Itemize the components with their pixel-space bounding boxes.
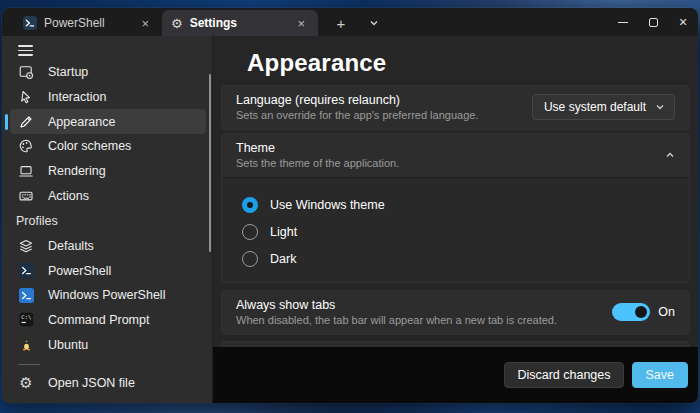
- sidebar-item-command-prompt[interactable]: C:\ Command Prompt: [2, 308, 212, 333]
- theme-description: Sets the theme of the application.: [236, 157, 399, 169]
- language-dropdown-value: Use system default: [544, 100, 646, 114]
- always-show-tabs-toggle[interactable]: [612, 303, 650, 321]
- sidebar-item-interaction[interactable]: Interaction: [2, 85, 212, 110]
- page-title: Appearance: [247, 49, 698, 77]
- tab-settings-label: Settings: [190, 16, 237, 30]
- tab-settings[interactable]: ⚙ Settings ×: [162, 10, 318, 36]
- settings-tab-gear-icon: ⚙: [171, 17, 183, 30]
- defaults-icon: [18, 238, 34, 254]
- sidebar-item-open-json[interactable]: ⚙ Open JSON file: [2, 370, 212, 396]
- svg-text:C:\: C:\: [21, 315, 31, 321]
- language-dropdown[interactable]: Use system default: [532, 94, 675, 120]
- profiles-section-header: Profiles: [2, 208, 212, 234]
- save-button[interactable]: Save: [632, 362, 689, 388]
- settings-content-pane: Appearance Language (requires relaunch) …: [212, 36, 698, 403]
- command-prompt-icon: C:\: [18, 312, 34, 328]
- window-controls: ×: [608, 8, 698, 36]
- sidebar-item-ubuntu[interactable]: Ubuntu: [2, 332, 212, 357]
- radio-label: Use Windows theme: [270, 198, 385, 212]
- sidebar-item-label: Appearance: [48, 115, 115, 129]
- always-show-tabs-state: On: [658, 305, 675, 319]
- tab-powershell-label: PowerShell: [44, 16, 105, 30]
- toggle-knob: [635, 306, 647, 318]
- sidebar-item-startup[interactable]: Startup: [2, 60, 212, 85]
- maximize-button[interactable]: [638, 8, 668, 36]
- language-label: Language (requires relaunch): [236, 93, 478, 107]
- minimize-icon: [618, 22, 628, 23]
- actions-icon: [18, 188, 34, 204]
- radio-light[interactable]: Light: [242, 218, 675, 245]
- settings-nav-sidebar: Startup Interaction Appearance Color sch…: [2, 36, 212, 403]
- sidebar-item-label: Ubuntu: [48, 338, 88, 352]
- theme-setting-card: Theme Sets the theme of the application.…: [221, 133, 690, 283]
- sidebar-item-label: Actions: [48, 189, 89, 203]
- minimize-button[interactable]: [608, 8, 638, 36]
- appearance-icon: [18, 114, 34, 130]
- maximize-icon: [649, 18, 658, 27]
- radio-label: Dark: [270, 252, 296, 266]
- interaction-icon: [18, 89, 34, 105]
- menu-button[interactable]: [2, 41, 48, 60]
- sidebar-divider: [18, 364, 40, 365]
- sidebar-item-label: Defaults: [48, 239, 94, 253]
- rendering-icon: [18, 163, 34, 179]
- radio-dark[interactable]: Dark: [242, 245, 675, 272]
- language-description: Sets an override for the app's preferred…: [236, 109, 478, 121]
- sidebar-item-actions[interactable]: Actions: [2, 183, 212, 208]
- sidebar-item-windows-powershell[interactable]: Windows PowerShell: [2, 283, 212, 308]
- discard-changes-button[interactable]: Discard changes: [504, 362, 623, 388]
- powershell-icon: [18, 263, 34, 279]
- tab-settings-close-icon[interactable]: ×: [293, 16, 309, 31]
- json-gear-icon: ⚙: [18, 375, 34, 391]
- tab-dropdown-button[interactable]: [360, 10, 388, 36]
- sidebar-item-color-schemes[interactable]: Color schemes: [2, 134, 212, 159]
- theme-options-group: Use Windows theme Light Dark: [222, 177, 689, 282]
- chevron-down-icon: [655, 102, 665, 112]
- language-setting-card: Language (requires relaunch) Sets an ove…: [221, 85, 690, 130]
- color-schemes-icon: [18, 138, 34, 154]
- close-icon: ×: [679, 15, 687, 29]
- startup-icon: [18, 64, 34, 80]
- always-show-tabs-description: When disabled, the tab bar will appear w…: [236, 314, 557, 326]
- sidebar-item-label: Startup: [48, 65, 88, 79]
- sidebar-item-label: Rendering: [48, 164, 106, 178]
- powershell-tab-icon: [23, 16, 37, 30]
- sidebar-item-label: Windows PowerShell: [48, 288, 165, 302]
- sidebar-item-powershell[interactable]: PowerShell: [2, 258, 212, 283]
- windows-powershell-icon: [18, 287, 34, 303]
- sidebar-item-label: Color schemes: [48, 139, 131, 153]
- sidebar-item-label: Command Prompt: [48, 313, 149, 327]
- tab-powershell-close-icon[interactable]: ×: [137, 16, 153, 31]
- radio-use-windows-theme[interactable]: Use Windows theme: [242, 191, 675, 218]
- unsaved-changes-bar: Discard changes Save: [213, 347, 698, 403]
- terminal-settings-window: PowerShell × ⚙ Settings × + × Startup: [2, 8, 698, 403]
- titlebar: PowerShell × ⚙ Settings × + ×: [2, 8, 698, 36]
- sidebar-item-label: PowerShell: [48, 264, 111, 278]
- sidebar-item-label: Interaction: [48, 90, 106, 104]
- theme-expander-header[interactable]: Theme Sets the theme of the application.: [222, 134, 689, 177]
- sidebar-item-appearance[interactable]: Appearance: [10, 109, 206, 134]
- theme-label: Theme: [236, 141, 399, 155]
- always-show-tabs-card: Always show tabs When disabled, the tab …: [221, 290, 690, 335]
- radio-icon: [242, 251, 258, 267]
- radio-icon: [242, 224, 258, 240]
- sidebar-item-defaults[interactable]: Defaults: [2, 234, 212, 259]
- ubuntu-icon: [18, 337, 34, 353]
- sidebar-scrollbar-thumb[interactable]: [209, 74, 211, 252]
- sidebar-item-label: Open JSON file: [48, 376, 135, 390]
- radio-label: Light: [270, 225, 297, 239]
- new-tab-button[interactable]: +: [326, 10, 356, 36]
- close-button[interactable]: ×: [668, 8, 698, 36]
- sidebar-item-rendering[interactable]: Rendering: [2, 159, 212, 184]
- radio-icon: [242, 197, 258, 213]
- always-show-tabs-label: Always show tabs: [236, 298, 557, 312]
- chevron-up-icon[interactable]: [665, 150, 675, 160]
- tab-powershell[interactable]: PowerShell ×: [14, 10, 162, 36]
